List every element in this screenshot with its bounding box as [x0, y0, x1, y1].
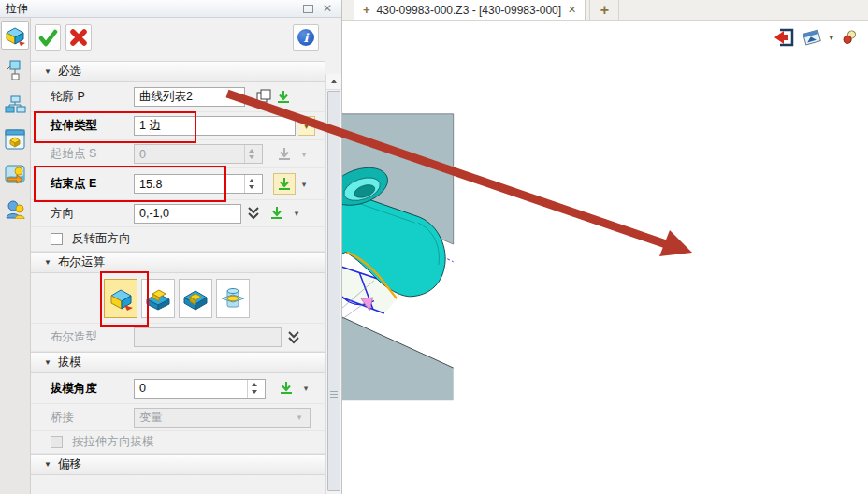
profile-input[interactable]: 曲线列表2: [134, 87, 245, 107]
draft-angle-row: 拔模角度 0 ▾: [31, 373, 326, 404]
info-icon: i: [297, 29, 314, 46]
hierarchy-tool-icon[interactable]: [1, 90, 29, 119]
collapse-arrow-icon: ▼: [44, 67, 51, 76]
collapse-arrow-icon: ▼: [44, 460, 51, 469]
collapse-arrow-icon: ▼: [44, 358, 51, 367]
extrude-type-row: 拉伸类型 1 边 ▾: [31, 112, 326, 140]
info-button[interactable]: i: [293, 24, 319, 51]
section-required[interactable]: ▼ 必选: [31, 61, 326, 82]
user-tool-icon[interactable]: [1, 194, 29, 223]
document-tab[interactable]: + 430-09983-000.Z3 - [430-09983-000] ✕: [354, 0, 586, 20]
new-tab-button[interactable]: +: [589, 0, 619, 20]
extrude-dialog: 拉伸 ✕: [0, 0, 342, 494]
collapse-arrow-icon: ▼: [44, 258, 51, 267]
boolean-remove-button[interactable]: [179, 279, 212, 318]
boolean-base-button[interactable]: [104, 279, 137, 318]
extrude-type-caret[interactable]: ▾: [298, 116, 315, 136]
profile-label: 轮廓 P: [51, 89, 131, 105]
bridge-label: 桥接: [51, 410, 131, 426]
boolean-shape-row: 布尔造型: [31, 324, 326, 352]
viewport-3d[interactable]: Z X 15.8 ▾: [342, 21, 868, 494]
image-tool-icon[interactable]: [1, 159, 29, 188]
direction-insert-arrow-icon[interactable]: [266, 203, 288, 225]
direction-caret[interactable]: ▾: [291, 209, 302, 218]
snapshot-icon[interactable]: [802, 28, 822, 47]
ok-button[interactable]: [35, 24, 61, 51]
end-point-row: 结束点 E 15.8 ▾: [31, 168, 326, 200]
check-icon: [37, 27, 58, 48]
document-tabbar: + 430-09983-000.Z3 - [430-09983-000] ✕ +: [342, 0, 868, 21]
profile-row: 轮廓 P 曲线列表2: [31, 82, 326, 112]
extrude-panel: i ▼ 必选 轮廓 P 曲线列表2 拉伸类型 1 边: [31, 18, 341, 494]
flip-face-row[interactable]: 反转面方向: [31, 227, 326, 252]
tab-pin-icon: +: [363, 3, 370, 17]
double-chevron-icon[interactable]: [284, 329, 303, 346]
tab-close-icon[interactable]: ✕: [568, 4, 576, 16]
start-insert-arrow-icon: [273, 143, 296, 165]
start-point-input: 0: [134, 144, 263, 164]
section-draft[interactable]: ▼ 拔模: [31, 352, 326, 373]
scroll-up-icon[interactable]: [326, 74, 341, 90]
snapshot-caret[interactable]: ▾: [829, 33, 833, 42]
dialog-title: 拉伸: [6, 1, 28, 17]
side-tool-strip: [0, 18, 31, 494]
end-point-input[interactable]: 15.8: [134, 174, 263, 194]
x-icon: [68, 27, 89, 48]
draft-along-row: 按拉伸方向拔模: [31, 431, 326, 454]
boolean-shape-label: 布尔造型: [51, 329, 131, 345]
start-point-label: 起始点 S: [51, 146, 131, 162]
double-chevron-icon[interactable]: [244, 205, 263, 222]
boolean-ops-row: [31, 273, 326, 324]
section-offset[interactable]: ▼ 偏移: [31, 454, 326, 475]
draft-angle-label: 拔模角度: [51, 381, 131, 397]
direction-input[interactable]: 0,-1,0: [134, 204, 241, 224]
view-toolbar: ▾: [773, 27, 859, 48]
draft-insert-arrow-icon[interactable]: [275, 378, 297, 400]
panel-toolbar: i: [31, 18, 341, 57]
flip-face-label: 反转面方向: [72, 231, 131, 247]
eraser-pill-icon[interactable]: [840, 28, 859, 47]
start-spinner: [244, 145, 257, 163]
dimension-value[interactable]: 15.8: [342, 319, 343, 333]
extrude-type-label: 拉伸类型: [51, 118, 131, 134]
dialog-titlebar[interactable]: 拉伸 ✕: [0, 0, 341, 18]
panel-scrollbar[interactable]: [326, 74, 341, 494]
draft-angle-spinner[interactable]: [247, 380, 260, 398]
copy-icon[interactable]: [256, 89, 272, 105]
cad-scene: Z X 15.8: [342, 21, 868, 494]
boolean-shape-input: [134, 327, 282, 347]
section-boolean-label: 布尔运算: [58, 254, 105, 270]
section-boolean[interactable]: ▼ 布尔运算: [31, 252, 326, 273]
start-point-row: 起始点 S 0 ▾: [31, 140, 326, 168]
minimize-icon[interactable]: [303, 5, 313, 13]
extrude-tool-icon[interactable]: [1, 21, 29, 50]
draft-angle-input[interactable]: 0: [134, 379, 266, 399]
draft-caret[interactable]: ▾: [300, 384, 311, 393]
cancel-button[interactable]: [65, 24, 92, 51]
boolean-intersect-button[interactable]: [216, 279, 250, 318]
section-required-label: 必选: [58, 64, 81, 80]
end-point-label: 结束点 E: [51, 176, 131, 192]
section-draft-label: 拔模: [58, 355, 81, 370]
start-caret: ▾: [298, 150, 310, 159]
boolean-add-button[interactable]: [141, 279, 175, 318]
direction-row: 方向 0,-1,0 ▾: [31, 200, 326, 227]
window-cube-tool-icon[interactable]: [1, 124, 29, 153]
flip-face-checkbox[interactable]: [51, 233, 63, 245]
end-caret[interactable]: ▾: [298, 180, 310, 189]
tab-title: 430-09983-000.Z3 - [430-09983-000]: [377, 4, 561, 17]
scrollbar-thumb[interactable]: [327, 91, 340, 491]
end-spinner[interactable]: [244, 175, 257, 193]
topology-tool-icon[interactable]: [1, 55, 29, 84]
extrude-type-select[interactable]: 1 边: [134, 116, 296, 136]
close-icon[interactable]: ✕: [323, 2, 332, 15]
section-offset-label: 偏移: [58, 457, 81, 472]
end-insert-arrow-icon[interactable]: [273, 173, 296, 195]
direction-label: 方向: [51, 206, 131, 222]
draft-along-label: 按拉伸方向拔模: [72, 434, 154, 450]
exit-sketch-icon[interactable]: [773, 27, 795, 48]
insert-arrow-icon[interactable]: [275, 89, 292, 106]
bridge-select: 变量 ▾: [134, 408, 311, 428]
bridge-row: 桥接 变量 ▾: [31, 404, 326, 431]
draft-along-checkbox: [51, 436, 63, 448]
